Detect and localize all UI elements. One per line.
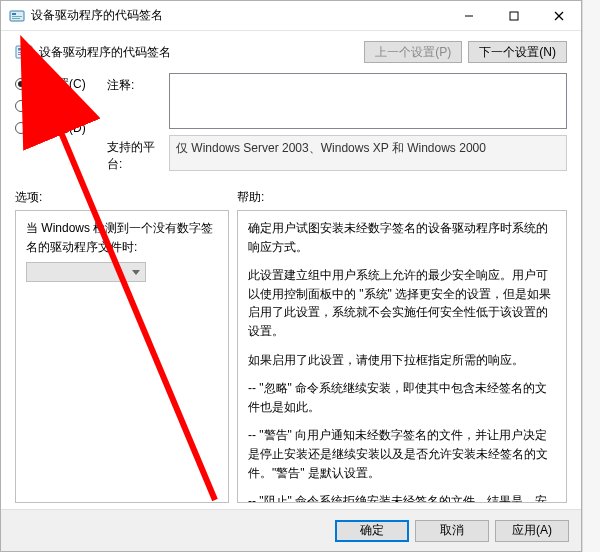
- minimize-button[interactable]: [446, 1, 491, 30]
- cancel-button-label: 取消: [440, 522, 464, 539]
- radio-enabled-label: 已启用(E): [33, 98, 85, 115]
- titlebar: 设备驱动程序的代码签名: [1, 1, 581, 31]
- policy-icon: [15, 43, 33, 61]
- cancel-button[interactable]: 取消: [415, 520, 489, 542]
- app-icon: [9, 8, 25, 24]
- previous-setting-label: 上一个设置(P): [375, 44, 451, 61]
- background-window-strip: [582, 0, 600, 552]
- options-dropdown[interactable]: [26, 262, 146, 282]
- comment-textarea[interactable]: [169, 73, 567, 129]
- platform-label: 支持的平台:: [107, 135, 169, 173]
- radio-enabled[interactable]: 已启用(E): [15, 95, 107, 117]
- config-row: 未配置(C) 已启用(E) 已禁用(D) 注释:: [15, 73, 567, 173]
- svg-rect-10: [18, 52, 30, 53]
- next-setting-label: 下一个设置(N): [479, 44, 556, 61]
- radio-not-configured[interactable]: 未配置(C): [15, 73, 107, 95]
- content-area: 设备驱动程序的代码签名 上一个设置(P) 下一个设置(N) 未配置(C) 已启用…: [1, 31, 581, 509]
- next-setting-button[interactable]: 下一个设置(N): [468, 41, 567, 63]
- radio-disabled[interactable]: 已禁用(D): [15, 117, 107, 139]
- dialog-window: 设备驱动程序的代码签名 设备驱动程序的代码签名 上一个设置(P): [0, 0, 582, 552]
- options-text: 当 Windows 检测到一个没有数字签名的驱动程序文件时:: [26, 219, 218, 256]
- apply-button[interactable]: 应用(A): [495, 520, 569, 542]
- policy-title: 设备驱动程序的代码签名: [39, 44, 171, 61]
- window-title: 设备驱动程序的代码签名: [31, 7, 446, 24]
- svg-rect-9: [18, 48, 23, 51]
- comment-label: 注释:: [107, 73, 169, 129]
- svg-rect-1: [12, 13, 16, 15]
- maximize-button[interactable]: [491, 1, 536, 30]
- apply-button-label: 应用(A): [512, 522, 552, 539]
- help-paragraph: -- "阻止" 命令系统拒绝安装未经签名的文件。结果是，安装将停止，而且将不安装…: [248, 492, 556, 503]
- help-paragraph: -- "警告" 向用户通知未经数字签名的文件，并让用户决定是停止安装还是继续安装…: [248, 426, 556, 482]
- header-row: 设备驱动程序的代码签名 上一个设置(P) 下一个设置(N): [15, 41, 567, 63]
- help-paragraph: 此设置建立组中用户系统上允许的最少安全响应。用户可以使用控制面板中的 "系统" …: [248, 266, 556, 340]
- options-section-label: 选项:: [15, 189, 237, 206]
- help-paragraph: 如果启用了此设置，请使用下拉框指定所需的响应。: [248, 351, 556, 370]
- svg-rect-5: [510, 12, 518, 20]
- svg-rect-3: [12, 18, 20, 19]
- help-section-label: 帮助:: [237, 189, 264, 206]
- options-pane: 当 Windows 检测到一个没有数字签名的驱动程序文件时:: [15, 210, 229, 503]
- radio-group: 未配置(C) 已启用(E) 已禁用(D): [15, 73, 107, 173]
- help-paragraph: 确定用户试图安装未经数字签名的设备驱动程序时系统的响应方式。: [248, 219, 556, 256]
- close-button[interactable]: [536, 1, 581, 30]
- footer: 确定 取消 应用(A): [1, 509, 581, 551]
- radio-disabled-label: 已禁用(D): [33, 120, 86, 137]
- radio-dot-icon: [15, 100, 27, 112]
- platform-box: 仅 Windows Server 2003、Windows XP 和 Windo…: [169, 135, 567, 171]
- panes: 当 Windows 检测到一个没有数字签名的驱动程序文件时: 确定用户试图安装未…: [15, 210, 567, 503]
- svg-rect-11: [18, 54, 27, 55]
- previous-setting-button[interactable]: 上一个设置(P): [364, 41, 462, 63]
- platform-value: 仅 Windows Server 2003、Windows XP 和 Windo…: [176, 141, 486, 155]
- radio-dot-icon: [15, 122, 27, 134]
- ok-button-label: 确定: [360, 522, 384, 539]
- ok-button[interactable]: 确定: [335, 520, 409, 542]
- radio-dot-icon: [15, 78, 27, 90]
- help-paragraph: -- "忽略" 命令系统继续安装，即使其中包含未经签名的文件也是如此。: [248, 379, 556, 416]
- radio-not-configured-label: 未配置(C): [33, 76, 86, 93]
- svg-rect-2: [12, 16, 22, 17]
- help-pane[interactable]: 确定用户试图安装未经数字签名的设备驱动程序时系统的响应方式。 此设置建立组中用户…: [237, 210, 567, 503]
- section-labels: 选项: 帮助:: [15, 189, 567, 206]
